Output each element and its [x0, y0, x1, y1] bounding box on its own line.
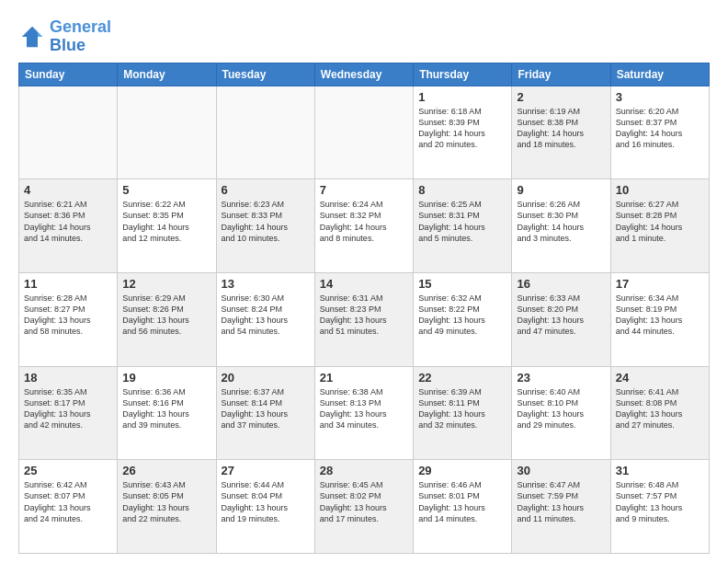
day-number: 16 — [517, 277, 605, 291]
day-number: 19 — [122, 371, 210, 385]
logo: General Blue — [18, 18, 111, 55]
day-number: 14 — [320, 277, 408, 291]
day-info: Sunrise: 6:32 AM Sunset: 8:22 PM Dayligh… — [418, 293, 506, 338]
day-number: 22 — [418, 371, 506, 385]
week-row-1: 1Sunrise: 6:18 AM Sunset: 8:39 PM Daylig… — [19, 86, 710, 179]
logo-text: General Blue — [50, 18, 111, 55]
day-info: Sunrise: 6:24 AM Sunset: 8:32 PM Dayligh… — [320, 199, 408, 244]
day-number: 2 — [517, 90, 605, 104]
day-info: Sunrise: 6:40 AM Sunset: 8:10 PM Dayligh… — [517, 386, 605, 431]
day-number: 12 — [122, 277, 210, 291]
week-row-4: 18Sunrise: 6:35 AM Sunset: 8:17 PM Dayli… — [19, 366, 710, 460]
calendar-cell: 24Sunrise: 6:41 AM Sunset: 8:08 PM Dayli… — [610, 366, 709, 460]
day-info: Sunrise: 6:23 AM Sunset: 8:33 PM Dayligh… — [222, 199, 310, 244]
calendar-cell: 15Sunrise: 6:32 AM Sunset: 8:22 PM Dayli… — [414, 272, 512, 366]
calendar-cell: 16Sunrise: 6:33 AM Sunset: 8:20 PM Dayli… — [512, 272, 610, 366]
calendar-cell: 3Sunrise: 6:20 AM Sunset: 8:37 PM Daylig… — [610, 86, 709, 179]
calendar-cell: 9Sunrise: 6:26 AM Sunset: 8:30 PM Daylig… — [512, 179, 610, 273]
calendar-cell — [118, 86, 216, 179]
week-row-3: 11Sunrise: 6:28 AM Sunset: 8:27 PM Dayli… — [19, 272, 710, 366]
weekday-header-friday: Friday — [512, 63, 610, 86]
day-info: Sunrise: 6:42 AM Sunset: 8:07 PM Dayligh… — [24, 479, 112, 524]
day-number: 11 — [24, 277, 112, 291]
day-number: 24 — [616, 371, 704, 385]
day-number: 31 — [616, 464, 704, 477]
calendar-cell: 14Sunrise: 6:31 AM Sunset: 8:23 PM Dayli… — [314, 272, 413, 366]
day-info: Sunrise: 6:38 AM Sunset: 8:13 PM Dayligh… — [320, 386, 408, 431]
calendar-cell: 31Sunrise: 6:48 AM Sunset: 7:57 PM Dayli… — [610, 460, 709, 554]
day-info: Sunrise: 6:47 AM Sunset: 7:59 PM Dayligh… — [517, 479, 605, 524]
calendar-cell: 27Sunrise: 6:44 AM Sunset: 8:04 PM Dayli… — [216, 460, 314, 554]
day-info: Sunrise: 6:41 AM Sunset: 8:08 PM Dayligh… — [616, 386, 704, 431]
day-number: 26 — [122, 464, 210, 477]
day-info: Sunrise: 6:45 AM Sunset: 8:02 PM Dayligh… — [320, 479, 408, 524]
day-number: 21 — [320, 371, 408, 385]
calendar-cell: 12Sunrise: 6:29 AM Sunset: 8:26 PM Dayli… — [118, 272, 216, 366]
day-number: 30 — [517, 464, 605, 477]
weekday-header-row: SundayMondayTuesdayWednesdayThursdayFrid… — [19, 63, 710, 86]
week-row-2: 4Sunrise: 6:21 AM Sunset: 8:36 PM Daylig… — [19, 179, 710, 273]
day-number: 18 — [24, 371, 112, 385]
calendar-cell: 23Sunrise: 6:40 AM Sunset: 8:10 PM Dayli… — [512, 366, 610, 460]
calendar-cell: 22Sunrise: 6:39 AM Sunset: 8:11 PM Dayli… — [414, 366, 512, 460]
day-info: Sunrise: 6:44 AM Sunset: 8:04 PM Dayligh… — [222, 479, 310, 524]
calendar-cell — [19, 86, 118, 179]
weekday-header-tuesday: Tuesday — [216, 63, 314, 86]
calendar-table: SundayMondayTuesdayWednesdayThursdayFrid… — [18, 63, 710, 554]
day-number: 13 — [222, 277, 310, 291]
calendar-cell: 5Sunrise: 6:22 AM Sunset: 8:35 PM Daylig… — [118, 179, 216, 273]
day-info: Sunrise: 6:31 AM Sunset: 8:23 PM Dayligh… — [320, 293, 408, 338]
weekday-header-thursday: Thursday — [414, 63, 512, 86]
day-number: 20 — [222, 371, 310, 385]
day-info: Sunrise: 6:33 AM Sunset: 8:20 PM Dayligh… — [517, 293, 605, 338]
calendar-cell: 21Sunrise: 6:38 AM Sunset: 8:13 PM Dayli… — [314, 366, 413, 460]
calendar-cell: 30Sunrise: 6:47 AM Sunset: 7:59 PM Dayli… — [512, 460, 610, 554]
header: General Blue — [18, 18, 710, 55]
calendar-cell: 13Sunrise: 6:30 AM Sunset: 8:24 PM Dayli… — [216, 272, 314, 366]
day-info: Sunrise: 6:22 AM Sunset: 8:35 PM Dayligh… — [122, 199, 210, 244]
day-info: Sunrise: 6:30 AM Sunset: 8:24 PM Dayligh… — [222, 293, 310, 338]
week-row-5: 25Sunrise: 6:42 AM Sunset: 8:07 PM Dayli… — [19, 460, 710, 554]
calendar-cell: 4Sunrise: 6:21 AM Sunset: 8:36 PM Daylig… — [19, 179, 118, 273]
day-number: 17 — [616, 277, 704, 291]
logo-icon — [18, 23, 46, 51]
day-number: 28 — [320, 464, 408, 477]
weekday-header-wednesday: Wednesday — [314, 63, 413, 86]
weekday-header-monday: Monday — [118, 63, 216, 86]
calendar-cell: 7Sunrise: 6:24 AM Sunset: 8:32 PM Daylig… — [314, 179, 413, 273]
day-info: Sunrise: 6:43 AM Sunset: 8:05 PM Dayligh… — [122, 479, 210, 524]
weekday-header-saturday: Saturday — [610, 63, 709, 86]
calendar-cell: 1Sunrise: 6:18 AM Sunset: 8:39 PM Daylig… — [414, 86, 512, 179]
day-info: Sunrise: 6:19 AM Sunset: 8:38 PM Dayligh… — [517, 106, 605, 151]
day-number: 29 — [418, 464, 506, 477]
day-info: Sunrise: 6:21 AM Sunset: 8:36 PM Dayligh… — [24, 199, 112, 244]
calendar-cell: 2Sunrise: 6:19 AM Sunset: 8:38 PM Daylig… — [512, 86, 610, 179]
day-number: 8 — [418, 183, 506, 197]
calendar-cell: 19Sunrise: 6:36 AM Sunset: 8:16 PM Dayli… — [118, 366, 216, 460]
day-info: Sunrise: 6:36 AM Sunset: 8:16 PM Dayligh… — [122, 386, 210, 431]
day-number: 3 — [616, 90, 704, 104]
calendar-cell: 11Sunrise: 6:28 AM Sunset: 8:27 PM Dayli… — [19, 272, 118, 366]
calendar-cell: 8Sunrise: 6:25 AM Sunset: 8:31 PM Daylig… — [414, 179, 512, 273]
day-info: Sunrise: 6:48 AM Sunset: 7:57 PM Dayligh… — [616, 479, 704, 524]
calendar-cell: 25Sunrise: 6:42 AM Sunset: 8:07 PM Dayli… — [19, 460, 118, 554]
calendar-cell: 26Sunrise: 6:43 AM Sunset: 8:05 PM Dayli… — [118, 460, 216, 554]
day-number: 15 — [418, 277, 506, 291]
calendar-cell: 18Sunrise: 6:35 AM Sunset: 8:17 PM Dayli… — [19, 366, 118, 460]
day-number: 5 — [122, 183, 210, 197]
day-info: Sunrise: 6:35 AM Sunset: 8:17 PM Dayligh… — [24, 386, 112, 431]
calendar-cell — [216, 86, 314, 179]
calendar-cell: 28Sunrise: 6:45 AM Sunset: 8:02 PM Dayli… — [314, 460, 413, 554]
day-number: 1 — [418, 90, 506, 104]
day-info: Sunrise: 6:46 AM Sunset: 8:01 PM Dayligh… — [418, 479, 506, 524]
calendar-cell: 17Sunrise: 6:34 AM Sunset: 8:19 PM Dayli… — [610, 272, 709, 366]
calendar-cell: 6Sunrise: 6:23 AM Sunset: 8:33 PM Daylig… — [216, 179, 314, 273]
day-number: 6 — [222, 183, 310, 197]
day-number: 10 — [616, 183, 704, 197]
day-number: 4 — [24, 183, 112, 197]
day-info: Sunrise: 6:29 AM Sunset: 8:26 PM Dayligh… — [122, 293, 210, 338]
day-number: 27 — [222, 464, 310, 477]
day-number: 25 — [24, 464, 112, 477]
calendar-cell: 10Sunrise: 6:27 AM Sunset: 8:28 PM Dayli… — [610, 179, 709, 273]
day-info: Sunrise: 6:25 AM Sunset: 8:31 PM Dayligh… — [418, 199, 506, 244]
